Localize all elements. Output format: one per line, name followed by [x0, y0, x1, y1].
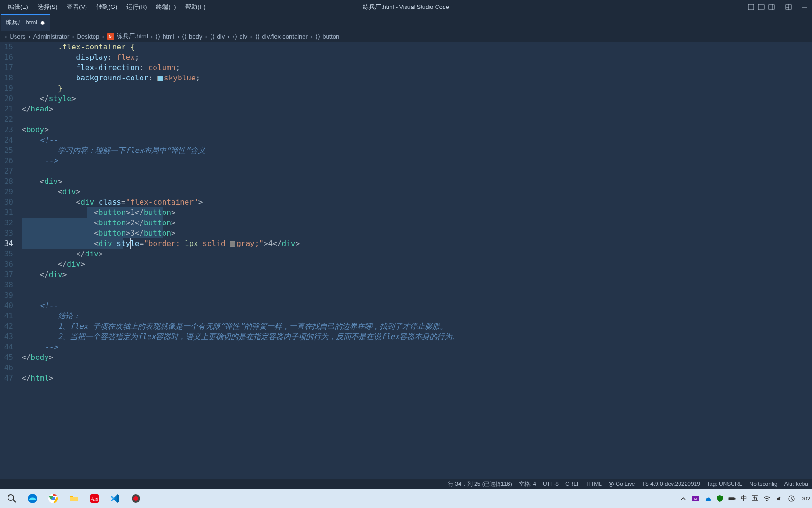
menu-item[interactable]: 编辑(E): [4, 1, 32, 13]
breadcrumb[interactable]: ›Users›Administrator›Desktop›5练兵厂.html›⟨…: [0, 31, 812, 42]
breadcrumb-symbol[interactable]: ⟨⟩ div: [233, 33, 248, 40]
code-line[interactable]: <button>1</button>: [22, 207, 812, 218]
language-status[interactable]: HTML: [586, 481, 602, 487]
wifi-icon[interactable]: [763, 495, 771, 502]
code-line[interactable]: -->: [22, 156, 812, 166]
code-line[interactable]: [22, 166, 812, 176]
svg-text:N: N: [694, 497, 697, 501]
code-line[interactable]: <!--: [22, 301, 812, 311]
code-line[interactable]: </body>: [22, 352, 812, 363]
code-line[interactable]: [22, 280, 812, 290]
svg-point-25: [766, 500, 767, 501]
svg-point-19: [133, 496, 138, 501]
code-line[interactable]: 2、当把一个容器指定为flex容器时，语义上更确切的是在指定容器内子项的行为，反…: [22, 332, 812, 342]
code-line[interactable]: display: flex;: [22, 52, 812, 63]
attr-status[interactable]: Attr: keba: [784, 481, 808, 487]
tab-label: 练兵厂.html: [6, 18, 37, 27]
tag-status[interactable]: Tag: UNSURE: [707, 481, 743, 487]
svg-line-11: [13, 500, 16, 502]
panel-right-icon[interactable]: [768, 3, 775, 11]
menu-item[interactable]: 帮助(H): [181, 1, 210, 13]
breadcrumb-item[interactable]: Desktop: [77, 33, 100, 40]
code-line[interactable]: <button>3</button>: [22, 228, 812, 238]
vscode-icon[interactable]: [105, 490, 125, 507]
code-line[interactable]: <div style="border: 1px solid gray;">4</…: [22, 238, 812, 249]
svg-rect-15: [70, 496, 73, 497]
tsconfig-status[interactable]: No tsconfig: [750, 481, 778, 487]
battery-icon[interactable]: [728, 495, 736, 502]
code-line[interactable]: 学习内容：理解一下flex布局中“弹性”含义: [22, 145, 812, 156]
panel-left-icon[interactable]: [747, 3, 755, 11]
youdao-icon[interactable]: 有道: [85, 490, 104, 507]
encoding-status[interactable]: UTF-8: [543, 481, 559, 487]
eol-status[interactable]: CRLF: [565, 481, 580, 487]
code-line[interactable]: <div class="flex-container">: [22, 197, 812, 207]
menu-item[interactable]: 选择(S): [33, 1, 62, 13]
code-line[interactable]: </style>: [22, 94, 812, 104]
code-line[interactable]: <div>: [22, 176, 812, 187]
code-line[interactable]: background-color: skyblue;: [22, 73, 812, 83]
code-line[interactable]: <!--: [22, 135, 812, 145]
code-line[interactable]: <button>2</button>: [22, 218, 812, 228]
code-line[interactable]: <body>: [22, 125, 812, 135]
clock-icon[interactable]: [788, 495, 795, 502]
chrome-icon[interactable]: [43, 490, 63, 507]
brackets-icon: ⟨⟩: [210, 33, 215, 40]
ts-version[interactable]: TS 4.9.0-dev.20220919: [641, 481, 700, 487]
menu-item[interactable]: 查看(V): [62, 1, 91, 13]
code-line[interactable]: </div>: [22, 259, 812, 270]
system-tray[interactable]: N 中 五: [679, 494, 795, 503]
breadcrumb-symbol[interactable]: ⟨⟩ div: [210, 33, 225, 40]
indent-status[interactable]: 空格: 4: [519, 480, 536, 488]
breadcrumb-item[interactable]: Users: [9, 33, 25, 40]
minimize-icon[interactable]: [801, 3, 808, 11]
clock-time[interactable]: 202: [802, 496, 810, 501]
menu-item[interactable]: 转到(G): [92, 1, 121, 13]
code-line[interactable]: -->: [22, 342, 812, 352]
breadcrumb-item[interactable]: Administrator: [33, 33, 70, 40]
code-line[interactable]: 1、flex 子项在次轴上的表现就像是一个有无限“弹性”的弹簧一样，一直在找自己…: [22, 321, 812, 332]
brackets-icon: ⟨⟩: [233, 33, 237, 40]
code-line[interactable]: 结论：: [22, 311, 812, 321]
code-line[interactable]: [22, 114, 812, 125]
code-line[interactable]: [22, 363, 812, 373]
code-editor[interactable]: 1516171819202122232425262728293031323334…: [0, 42, 812, 479]
code-line[interactable]: </head>: [22, 104, 812, 114]
go-live-button[interactable]: Go Live: [616, 481, 635, 487]
explorer-icon[interactable]: [64, 490, 84, 507]
code-line[interactable]: flex-direction: column;: [22, 63, 812, 73]
breadcrumb-file[interactable]: 5练兵厂.html: [107, 32, 148, 40]
menu-item[interactable]: 终端(T): [152, 1, 180, 13]
status-bar: 行 34，列 25 (已选择116) 空格: 4 UTF-8 CRLF HTML…: [0, 479, 812, 489]
customize-layout-icon[interactable]: [785, 3, 792, 11]
editor-tab[interactable]: 练兵厂.html ●: [1, 14, 50, 31]
layout-icons[interactable]: [746, 2, 776, 12]
breadcrumb-symbol[interactable]: ⟨⟩ body: [182, 33, 202, 40]
code-line[interactable]: </div>: [22, 249, 812, 259]
code-line[interactable]: <div>: [22, 187, 812, 197]
code-line[interactable]: </div>: [22, 270, 812, 280]
breadcrumb-symbol[interactable]: ⟨⟩ html: [156, 33, 174, 40]
ime-indicator-1[interactable]: 中: [741, 494, 747, 503]
volume-icon[interactable]: [775, 495, 783, 502]
breadcrumb-symbol[interactable]: ⟨⟩ div.flex-container: [255, 33, 308, 40]
panel-bottom-icon[interactable]: [757, 3, 765, 11]
breadcrumb-symbol[interactable]: ⟨⟩ button: [315, 33, 339, 40]
security-icon[interactable]: [716, 495, 724, 502]
edge-icon[interactable]: [23, 490, 42, 507]
cursor-position[interactable]: 行 34，列 25 (已选择116): [448, 480, 512, 488]
onenote-icon[interactable]: N: [692, 495, 699, 502]
html-file-icon: 5: [107, 33, 114, 40]
code-line[interactable]: [22, 290, 812, 301]
onedrive-icon[interactable]: [704, 495, 711, 502]
code-line[interactable]: </html>: [22, 373, 812, 383]
code-area[interactable]: .flex-container { display: flex; flex-di…: [22, 42, 812, 479]
code-line[interactable]: }: [22, 83, 812, 94]
record-icon[interactable]: [126, 490, 146, 507]
windows-taskbar: 有道 N 中 五 202: [0, 489, 812, 508]
code-line[interactable]: .flex-container {: [22, 42, 812, 52]
tray-chevron-icon[interactable]: [679, 495, 687, 502]
search-icon[interactable]: [2, 490, 22, 507]
ime-indicator-2[interactable]: 五: [752, 494, 758, 503]
menu-item[interactable]: 运行(R): [122, 1, 151, 13]
